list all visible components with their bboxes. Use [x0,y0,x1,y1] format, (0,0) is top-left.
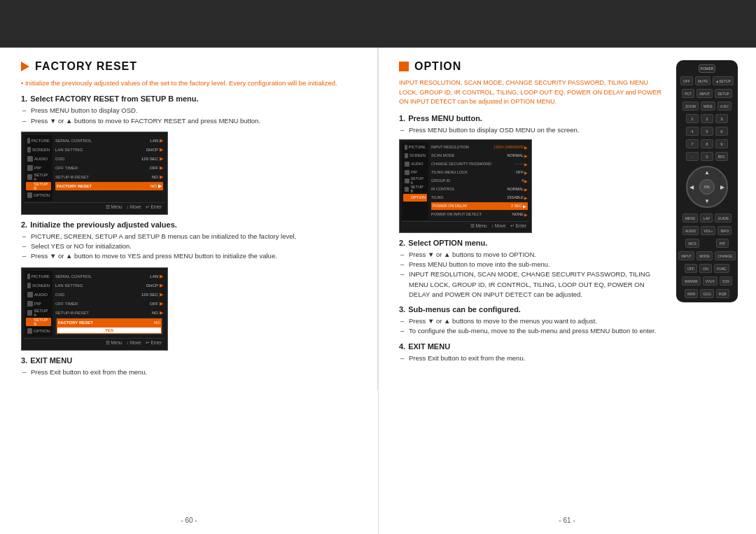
step-2-bullet-3: Press ▼ or ▲ button to move to YES and p… [21,251,360,261]
remote-5-btn[interactable]: 5 [701,127,713,136]
remote-wide-btn[interactable]: WIDE [701,101,715,111]
opt-step-3-bullet-2: To configure the sub-menu, move to the s… [399,326,666,336]
remote-volp-btn[interactable]: VOL+ [701,226,715,235]
nav-down-icon[interactable]: ▼ [704,198,710,204]
remote-ggg-btn[interactable]: GGG [700,289,714,298]
step-1-bullet-1: Press MENU button to display OSD. [21,106,360,115]
remote-pip-btn[interactable]: PIP [716,239,729,248]
remote-2-btn[interactable]: 2 [701,114,713,123]
remote-power-area: POWER [699,64,715,73]
remote-mode-btn[interactable]: MODE [696,251,713,260]
remote-input-row: PCT INPUT SETUP [682,89,732,98]
remote-num-row-4: 7 8 9 [686,139,728,148]
remote-6-btn[interactable]: 6 [715,127,728,136]
step-3-bullet-1: Press Exit button to exit from the menu. [21,367,360,377]
remote-exit-btn[interactable]: LAV [700,213,713,223]
remote-menu-row: MENU LAV GUIDE [682,213,732,223]
remote-change-btn[interactable]: CHANGE [715,251,735,260]
column-divider [378,48,379,534]
option-section: OPTION INPUT RESOLUTION, SCAN MODE, CHAN… [378,48,756,390]
option-warning: INPUT RESOLUTION, SCAN MODE, CHANGE SECU… [399,78,666,107]
remote-input2-btn[interactable]: INPUT [678,251,694,260]
remote-guide-btn[interactable]: GUIDE [715,213,732,223]
remote-nav-ring: ▲ ▼ ◀ ▶ OK [686,166,728,208]
remote-rrr-btn[interactable]: RRR [685,289,698,298]
remote-rgb-btn[interactable]: RGB [716,289,729,298]
step-1-bullet-2: Press ▼ or ▲ buttons to move to FACTORY … [21,116,360,126]
section-orange-icon [399,62,409,71]
step-3-heading: 3.EXIT MENU [21,356,360,365]
remote-audio-row: AUDIO VOL+ INFO [682,226,732,235]
opt-step-2-bullet-3: INPUT RESOLUTION, SCAN MODE, CHANGE SECU… [399,269,666,300]
remote-wcs-btn[interactable]: WCS [685,239,699,248]
remote-1-btn[interactable]: 1 [686,114,699,123]
remote-7-btn[interactable]: 7 [686,139,699,148]
remote-0-btn[interactable]: 0 [701,152,713,161]
remote-num-row-1: ZOOM WIDE A.RC [682,101,732,111]
step-2-bullet-2: Select YES or NO for initialization. [21,241,360,251]
remote-mute-btn[interactable]: MUTE [695,76,710,85]
remote-off-btn[interactable]: OFF [680,76,693,85]
remote-bpc-btn[interactable]: BPC [715,152,728,161]
remote-setup2-btn[interactable]: SETUP [715,89,732,98]
opt-step-1-bullet-1: Press MENU button to display OSD MENU on… [399,125,666,135]
remote-input-btn[interactable]: INPUT [696,89,713,98]
remote-num-row-2: 1 2 3 [686,114,728,123]
remote-on-btn[interactable]: ON [699,264,712,273]
remote-wwww-btn[interactable]: WWWW [682,276,701,286]
nav-right-icon[interactable]: ▶ [720,184,724,190]
remote-4-btn[interactable]: 4 [686,127,699,136]
remote-num-row-5: - 0 BPC [686,152,728,161]
remote-menu-btn[interactable]: MENU [682,213,699,223]
option-menu-footer: ☰ Menu↕ Move↵ Enter [402,221,529,230]
opt-step-3-bullet-1: Press ▼ or ▲ buttons to move to the menu… [399,316,666,326]
page-number-right: - 61 - [559,517,575,524]
nav-up-icon[interactable]: ▲ [704,169,710,176]
remote-func-row: OFF ON FUNC [685,264,729,273]
nav-ring-outer: ▲ ▼ ◀ ▶ OK [686,166,728,208]
factory-reset-section: FACTORY RESET • Initialize the previousl… [0,48,378,390]
menu2-footer: ☰ Menu↕ Move↵ Enter [24,338,164,347]
page-number-left: - 60 - [181,517,197,524]
remote-audio-btn[interactable]: AUDIO [682,226,699,235]
remote-dash-btn[interactable]: - [686,152,699,161]
opt-step-1-heading: 1.Press MENU button. [399,114,666,122]
remote-pct-btn[interactable]: PCT [682,89,694,98]
nav-left-icon[interactable]: ◀ [690,184,694,190]
remote-arc-btn[interactable]: A.RC [718,101,732,111]
option-menu-screenshot: PICTURE SCREEN AUDIO PIP [399,139,532,233]
remote-off2-btn[interactable]: OFF [685,264,697,273]
remote-3-btn[interactable]: 3 [715,114,728,123]
opt-step-3-heading: 3.Sub-menus can be configured. [399,305,666,314]
remote-info-btn[interactable]: INFO [718,226,732,235]
opt-step-4-heading: 4.EXIT MENU [399,342,666,351]
option-header: OPTION [399,60,666,73]
menu1-footer: ☰ Menu↕ Move↵ Enter [24,202,164,211]
remote-control: POWER OFF MUTE ▲SETUP PCT INPUT SETUP ZO… [676,60,739,377]
remote-setup-btn[interactable]: ▲SETUP [713,76,734,85]
section-arrow-icon [21,62,29,71]
opt-step-2-bullet-2: Press MENU button to move into the sub-m… [399,260,666,269]
remote-9-btn[interactable]: 9 [715,139,728,148]
remote-zoom-btn[interactable]: ZOOM [682,101,699,111]
factory-reset-header: FACTORY RESET [21,60,360,73]
remote-cha-row: INPUT MODE CHANGE [678,251,735,260]
remote-sss-btn[interactable]: SSS [720,276,732,286]
factory-reset-title: FACTORY RESET [35,60,137,73]
menu-screenshot-1: PICTURE SCREEN AUDIO PIP [21,132,168,215]
step-2-bullet-1: PICTURE, SCREEN, SETUP A and SETUP B men… [21,232,360,241]
nav-ok-btn[interactable]: OK [699,179,715,195]
remote-func-btn[interactable]: FUNC [714,264,729,273]
remote-body: POWER OFF MUTE ▲SETUP PCT INPUT SETUP ZO… [676,60,738,302]
opt-step-4-bullet-1: Press Exit button to exit from the menu. [399,353,666,363]
remote-last-row: RRR GGG RGB [685,289,729,298]
remote-vvvv-btn[interactable]: VVVV [703,276,718,286]
step-2-heading: 2.Initialize the previously adjusted val… [21,220,360,229]
remote-color-row: WWWW VVVV SSS [682,276,732,286]
factory-reset-warning: • Initialize the previously adjusted val… [21,78,360,87]
remote-top-row: OFF MUTE ▲SETUP [680,76,734,85]
page-numbers: - 60 - - 61 - [0,517,756,524]
opt-step-2-heading: 2.Select OPTION menu. [399,239,666,247]
remote-num-row-3: 4 5 6 [686,127,728,136]
remote-8-btn[interactable]: 8 [701,139,713,148]
